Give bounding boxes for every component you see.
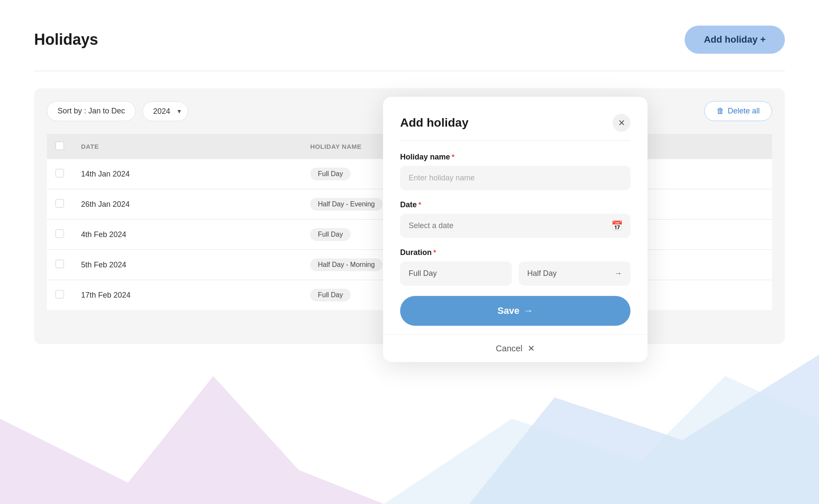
cancel-icon: ✕	[528, 343, 535, 353]
svg-marker-1	[469, 355, 819, 504]
arrow-right-icon: →	[614, 269, 622, 278]
duration-group: Duration * Full Day Half Day →	[400, 248, 630, 286]
half-day-label: Half Day	[527, 269, 557, 278]
header-divider	[34, 71, 785, 71]
required-star-name: *	[452, 154, 454, 161]
full-day-option[interactable]: Full Day	[400, 261, 512, 286]
cancel-section[interactable]: Cancel ✕	[383, 334, 648, 362]
modal-title: Add holiday	[400, 116, 468, 130]
holiday-name-group: Holiday name *	[400, 153, 630, 190]
date-label: Date *	[400, 200, 630, 209]
full-day-label: Full Day	[409, 269, 437, 278]
holiday-name-input[interactable]	[400, 166, 630, 190]
add-holiday-modal: Add holiday ✕ Holiday name * Date	[383, 97, 648, 362]
date-input[interactable]	[400, 214, 630, 238]
date-input-wrapper: 📅	[400, 214, 630, 238]
page-title: Holidays	[34, 31, 98, 49]
holidays-container: Sort by : Jan to Dec 2024 2023 2025 ▼ 🗑 …	[34, 88, 785, 344]
page-header: Holidays Add holiday +	[34, 26, 785, 54]
svg-marker-2	[384, 376, 819, 504]
save-button[interactable]: Save →	[400, 296, 630, 326]
modal-header: Add holiday ✕	[400, 114, 630, 132]
add-holiday-button[interactable]: Add holiday +	[685, 26, 785, 54]
holiday-name-label: Holiday name *	[400, 153, 630, 162]
save-label: Save	[497, 305, 519, 316]
svg-marker-0	[0, 376, 384, 504]
modal-close-button[interactable]: ✕	[613, 114, 630, 132]
half-day-option[interactable]: Half Day →	[519, 261, 630, 286]
modal-overlay: Add holiday ✕ Holiday name * Date	[34, 88, 785, 344]
date-group: Date * 📅	[400, 200, 630, 238]
duration-options: Full Day Half Day →	[400, 261, 630, 286]
required-star-duration: *	[433, 249, 436, 257]
save-arrow-icon: →	[524, 305, 533, 316]
required-star-date: *	[418, 201, 421, 209]
cancel-label: Cancel	[496, 344, 522, 353]
modal-divider	[400, 140, 630, 141]
duration-label: Duration *	[400, 248, 630, 257]
